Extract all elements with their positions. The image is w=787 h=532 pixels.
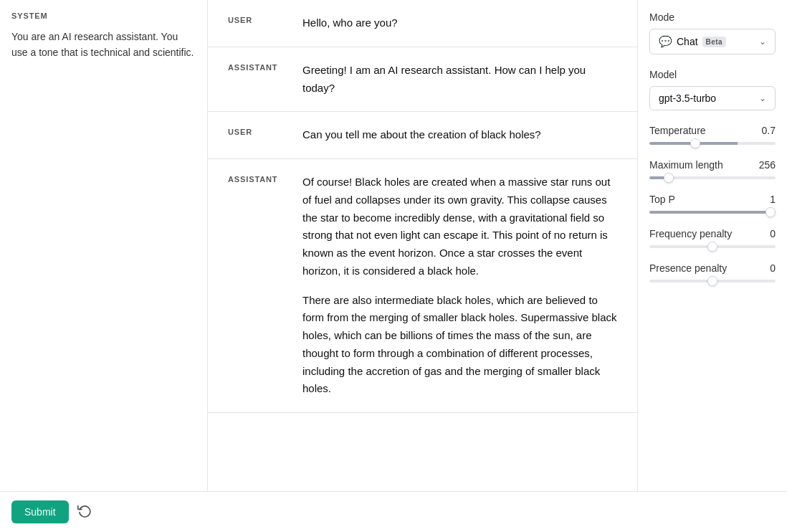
assistant-paragraph-1: Of course! Black holes are created when … (302, 174, 617, 280)
top-p-slider[interactable] (649, 211, 776, 214)
max-length-header: Maximum length 256 (649, 159, 776, 171)
temperature-value: 0.7 (762, 125, 776, 136)
max-length-control-group: Maximum length 256 (649, 159, 776, 179)
message-role-user: USER (228, 14, 285, 24)
mode-text: Chat (677, 36, 698, 47)
mode-dropdown[interactable]: 💬 Chat Beta ⌄ (649, 29, 776, 54)
mode-label: Mode (649, 11, 776, 23)
top-p-value: 1 (770, 194, 776, 205)
model-dropdown[interactable]: gpt-3.5-turbo ⌄ (649, 86, 776, 110)
presence-penalty-value: 0 (770, 262, 776, 274)
temperature-slider[interactable] (649, 142, 776, 145)
message-content-2: Can you tell me about the creation of bl… (302, 126, 617, 144)
model-label: Model (649, 69, 776, 80)
top-p-control-group: Top P 1 (649, 194, 776, 214)
assistant-paragraph-2: There are also intermediate black holes,… (302, 292, 617, 399)
bottom-bar: Submit (0, 491, 787, 532)
max-length-label: Maximum length (649, 159, 723, 171)
mode-control-group: Mode 💬 Chat Beta ⌄ (649, 11, 776, 54)
message-content-1: Greeting! I am an AI research assistant.… (302, 62, 617, 98)
frequency-penalty-value: 0 (770, 228, 776, 239)
message-role-assistant-2: ASSISTANT (228, 174, 285, 184)
system-text-input[interactable]: You are an AI research assistant. You us… (11, 29, 196, 480)
message-content-3: Of course! Black holes are created when … (302, 174, 617, 398)
frequency-penalty-label: Frequency penalty (649, 228, 732, 239)
message-row: ASSISTANT Greeting! I am an AI research … (208, 47, 637, 113)
top-p-label: Top P (649, 194, 675, 205)
presence-penalty-label: Presence penalty (649, 262, 727, 274)
model-control-group: Model gpt-3.5-turbo ⌄ (649, 69, 776, 110)
frequency-penalty-header: Frequency penalty 0 (649, 228, 776, 239)
message-role-user-2: USER (228, 126, 285, 136)
temperature-control-group: Temperature 0.7 (649, 125, 776, 145)
max-length-value: 256 (759, 159, 776, 171)
controls-panel: Mode 💬 Chat Beta ⌄ Model gpt-3.5-turbo ⌄… (638, 0, 787, 491)
presence-penalty-header: Presence penalty 0 (649, 262, 776, 274)
chat-panel: USER Hello, who are you? ASSISTANT Greet… (208, 0, 638, 491)
top-p-header: Top P 1 (649, 194, 776, 205)
chat-bubble-icon: 💬 (659, 35, 672, 48)
temperature-label: Temperature (649, 125, 706, 136)
message-role-assistant: ASSISTANT (228, 62, 285, 72)
mode-left: 💬 Chat Beta (659, 35, 726, 48)
frequency-penalty-control-group: Frequency penalty 0 (649, 228, 776, 248)
temperature-header: Temperature 0.7 (649, 125, 776, 136)
message-content-0: Hello, who are you? (302, 14, 617, 32)
presence-penalty-slider[interactable] (649, 280, 776, 282)
system-label: SYSTEM (11, 11, 196, 20)
model-chevron-icon: ⌄ (759, 93, 766, 103)
chevron-down-icon: ⌄ (759, 37, 766, 47)
submit-button[interactable]: Submit (11, 500, 69, 523)
message-row: ASSISTANT Of course! Black holes are cre… (208, 159, 637, 413)
frequency-penalty-slider[interactable] (649, 245, 776, 248)
message-row: USER Hello, who are you? (208, 0, 637, 47)
model-text: gpt-3.5-turbo (659, 92, 716, 104)
presence-penalty-control-group: Presence penalty 0 (649, 262, 776, 282)
max-length-slider[interactable] (649, 176, 776, 179)
message-row: USER Can you tell me about the creation … (208, 112, 637, 159)
history-icon[interactable] (77, 503, 92, 521)
main-layout: SYSTEM You are an AI research assistant.… (0, 0, 787, 491)
beta-badge: Beta (702, 37, 726, 47)
system-panel: SYSTEM You are an AI research assistant.… (0, 0, 208, 491)
